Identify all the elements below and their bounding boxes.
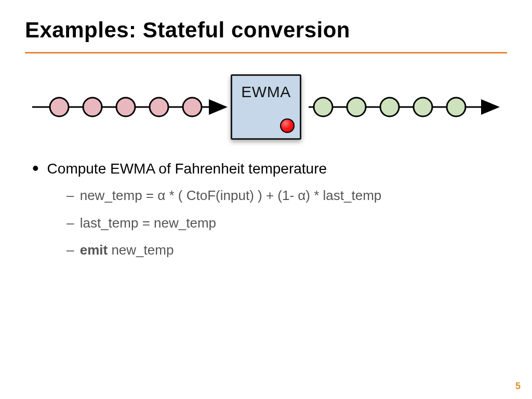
subbullet-1: new_temp = α * ( CtoF(input) ) + (1- α) … <box>66 185 507 206</box>
bullet-1: Compute EWMA of Fahrenheit temperature n… <box>25 157 507 260</box>
input-stream <box>31 96 229 118</box>
svg-point-1 <box>50 98 69 116</box>
svg-point-10 <box>414 98 432 116</box>
subbullet-3: emit new_temp <box>66 240 507 260</box>
emit-rest: new_temp <box>108 242 174 258</box>
output-stream <box>303 96 501 118</box>
slide: Examples: Stateful conversion EWMA <box>0 0 532 399</box>
state-dot-icon <box>280 118 295 133</box>
ewma-box: EWMA <box>231 74 301 140</box>
slide-body: Compute EWMA of Fahrenheit temperature n… <box>25 157 507 260</box>
emit-keyword: emit <box>80 242 108 258</box>
svg-point-2 <box>83 98 102 116</box>
svg-point-11 <box>447 98 466 116</box>
page-number: 5 <box>515 381 521 392</box>
svg-point-5 <box>183 98 202 116</box>
ewma-diagram: EWMA <box>25 74 507 140</box>
subbullet-2: last_temp = new_temp <box>66 212 507 233</box>
slide-title: Examples: Stateful conversion <box>25 18 507 43</box>
svg-point-3 <box>116 98 135 116</box>
ewma-label: EWMA <box>241 83 290 101</box>
bullet-1-text: Compute EWMA of Fahrenheit temperature <box>47 161 327 177</box>
svg-point-7 <box>314 98 332 116</box>
svg-point-4 <box>150 98 168 116</box>
svg-point-8 <box>347 98 366 116</box>
title-rule <box>25 52 507 54</box>
svg-point-9 <box>380 98 399 116</box>
